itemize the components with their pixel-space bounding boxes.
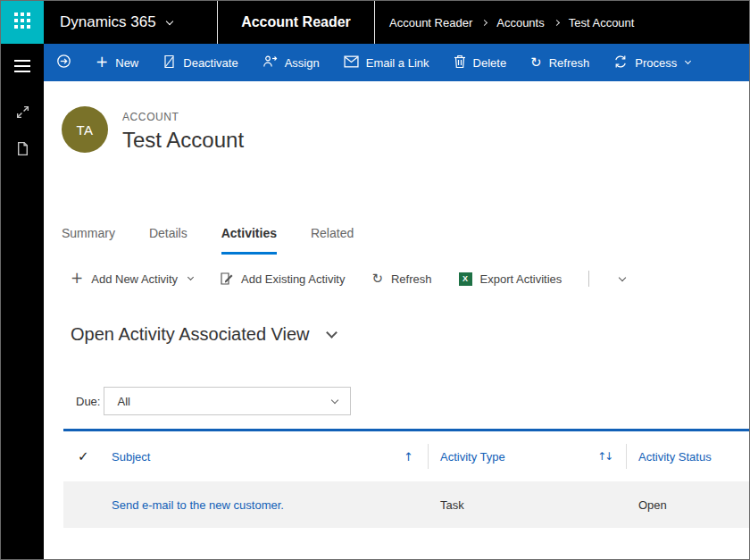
tab-related[interactable]: Related <box>311 226 354 255</box>
command-assign[interactable]: Assign <box>262 54 320 71</box>
command-label: Refresh <box>549 56 590 70</box>
button-label: Refresh <box>391 272 432 286</box>
command-label: Assign <box>285 56 320 70</box>
command-bar: + New Deactivate <box>44 44 749 81</box>
page-title: Test Account <box>122 128 244 153</box>
refresh-button[interactable]: ↻ Refresh <box>371 272 431 286</box>
column-header-activity-type[interactable]: Activity Type ↑↓ <box>428 431 626 481</box>
table-row[interactable]: Send e-mail to the new customer. Task Op… <box>63 481 749 528</box>
command-refresh[interactable]: ↻ Refresh <box>530 56 589 70</box>
command-label: Delete <box>473 56 507 70</box>
chevron-down-icon <box>326 327 338 339</box>
trash-icon <box>454 54 466 71</box>
row-checkbox[interactable] <box>63 481 112 528</box>
breadcrumb-item-accounts[interactable]: Accounts <box>496 16 544 29</box>
sort-ascending-icon: ↑ <box>404 450 413 464</box>
due-filter-label: Due: <box>76 395 100 408</box>
activity-toolbar: + Add New Activity Add Existing Activity… <box>44 255 749 303</box>
record-set-icon <box>56 54 71 71</box>
email-icon <box>344 55 359 71</box>
command-label: Email a Link <box>366 56 429 70</box>
activity-status-cell: Open <box>626 498 749 512</box>
record-set-button[interactable] <box>56 54 71 71</box>
hamburger-menu-button[interactable] <box>11 56 34 76</box>
checkmark-icon: ✓ <box>78 448 89 464</box>
app-name: Dynamics 365 <box>60 13 156 31</box>
chevron-down-icon <box>165 17 172 24</box>
due-filter-value: All <box>117 395 129 408</box>
view-selector[interactable]: Open Activity Associated View <box>71 319 749 349</box>
export-activities-button[interactable]: X Export Activities <box>459 272 562 286</box>
waffle-icon <box>13 12 31 33</box>
chevron-right-icon <box>481 19 488 25</box>
command-deactivate[interactable]: Deactivate <box>162 54 238 71</box>
command-label: Deactivate <box>183 56 238 70</box>
button-label: Export Activities <box>480 272 562 286</box>
deactivate-icon <box>162 54 176 71</box>
edit-page-icon <box>220 272 233 286</box>
tab-summary[interactable]: Summary <box>62 226 115 255</box>
add-existing-activity-button[interactable]: Add Existing Activity <box>220 272 345 286</box>
plus-icon: + <box>96 54 108 70</box>
sidebar-expand-button[interactable] <box>15 104 30 123</box>
command-new[interactable]: + New <box>96 56 138 70</box>
chevron-down-icon <box>685 58 691 64</box>
refresh-icon: ↻ <box>371 272 383 286</box>
due-filter: Due: All <box>76 387 749 415</box>
expand-arrows-icon <box>15 107 30 122</box>
app-title: Account Reader <box>218 14 374 30</box>
entity-label: ACCOUNT <box>122 111 244 123</box>
column-header-activity-status[interactable]: Activity Status <box>626 431 749 481</box>
chevron-down-icon <box>619 273 626 280</box>
button-label: Add Existing Activity <box>241 272 345 286</box>
plus-icon: + <box>71 271 83 286</box>
left-sidebar <box>1 44 44 559</box>
sidebar-recent-button[interactable] <box>16 141 29 160</box>
tab-activities[interactable]: Activities <box>221 226 277 255</box>
column-label: Activity Status <box>638 450 712 464</box>
breadcrumb: Account Reader Accounts Test Account <box>389 16 634 29</box>
activities-grid: ✓ Subject ↑ Activity Type ↑↓ Activity St… <box>63 429 749 528</box>
chevron-right-icon <box>554 19 560 25</box>
dynamics-365-menu[interactable]: Dynamics 365 <box>44 13 217 31</box>
divider <box>374 1 375 44</box>
command-label: Process <box>635 56 677 70</box>
top-navigation-bar: Dynamics 365 Account Reader Account Read… <box>1 1 749 44</box>
chevron-down-icon <box>331 396 338 403</box>
toolbar-overflow-button[interactable] <box>616 274 629 284</box>
assign-icon <box>262 54 278 71</box>
sort-icon: ↑↓ <box>597 450 612 463</box>
main-content: + New Deactivate <box>44 44 749 559</box>
record-header: TA ACCOUNT Test Account <box>44 81 749 208</box>
column-header-subject[interactable]: Subject ↑ <box>112 431 428 481</box>
select-all-checkbox[interactable]: ✓ <box>63 431 112 481</box>
tab-details[interactable]: Details <box>149 226 188 255</box>
activity-type-cell: Task <box>428 498 626 512</box>
activity-subject-link[interactable]: Send e-mail to the new customer. <box>112 498 284 512</box>
command-email-a-link[interactable]: Email a Link <box>344 55 429 71</box>
app-launcher-button[interactable] <box>1 1 44 44</box>
button-label: Add New Activity <box>91 272 178 286</box>
column-label: Subject <box>112 450 150 464</box>
hamburger-icon <box>14 60 30 62</box>
tab-strip: Summary Details Activities Related <box>44 208 749 255</box>
refresh-icon: ↻ <box>530 56 542 70</box>
due-filter-select[interactable]: All <box>104 387 351 415</box>
grid-header-row: ✓ Subject ↑ Activity Type ↑↓ Activity St… <box>63 431 749 481</box>
command-process[interactable]: Process <box>613 54 690 71</box>
add-new-activity-button[interactable]: + Add New Activity <box>71 272 193 286</box>
view-selector-label: Open Activity Associated View <box>71 324 310 345</box>
chevron-down-icon <box>188 274 194 280</box>
divider <box>588 271 589 287</box>
avatar: TA <box>62 106 108 153</box>
app-window: Dynamics 365 Account Reader Account Read… <box>0 0 750 560</box>
activity-subject-cell: Send e-mail to the new customer. <box>112 498 428 512</box>
column-label: Activity Type <box>440 450 505 464</box>
page-icon <box>16 144 29 159</box>
breadcrumb-item-account-reader[interactable]: Account Reader <box>389 16 472 29</box>
process-icon <box>613 54 628 71</box>
command-delete[interactable]: Delete <box>454 54 507 71</box>
command-label: New <box>115 56 138 70</box>
excel-icon: X <box>459 272 472 286</box>
breadcrumb-item-test-account[interactable]: Test Account <box>569 16 635 29</box>
